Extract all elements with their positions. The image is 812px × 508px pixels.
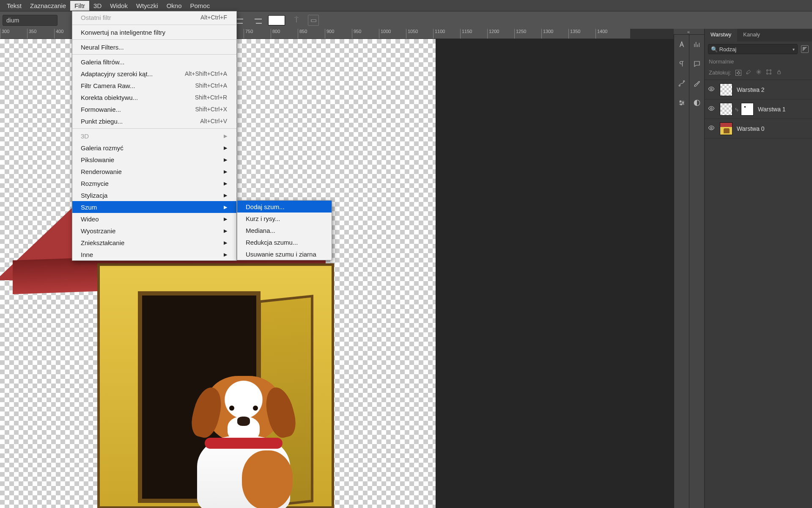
tool-preset-dropdown[interactable]: dium: [3, 15, 58, 26]
menu-item-pomoc[interactable]: Pomoc: [186, 1, 214, 11]
menu-item-tekst[interactable]: Tekst: [3, 1, 26, 11]
lock-all-icon[interactable]: [776, 69, 782, 76]
layer-filter-dropdown[interactable]: 🔍 Rodzaj ▾: [708, 44, 798, 54]
menu-item-zaznaczanie[interactable]: Zaznaczanie: [26, 1, 70, 11]
menu-item[interactable]: Rozmycie▶: [72, 177, 236, 189]
svg-rect-6: [767, 70, 771, 74]
svg-rect-7: [777, 72, 780, 74]
menu-item[interactable]: Filtr Camera Raw...Shift+Ctrl+A: [72, 80, 236, 91]
layer-name[interactable]: Warstwa 1: [758, 106, 786, 113]
path-icon[interactable]: [677, 79, 686, 88]
menu-item[interactable]: Zniekształcanie▶: [72, 237, 236, 248]
lock-transparency-icon[interactable]: [735, 70, 741, 76]
lock-position-icon[interactable]: [756, 69, 762, 76]
menu-item[interactable]: Renderowanie▶: [72, 166, 236, 177]
menu-item-widok[interactable]: Widok: [106, 1, 132, 11]
submenu-item[interactable]: Redukcja szumu...: [237, 236, 332, 248]
submenu-item[interactable]: Kurz i rysy...: [237, 213, 332, 224]
character-icon[interactable]: [677, 40, 686, 49]
panel-toggle-icon[interactable]: ▭: [308, 15, 319, 26]
menu-item[interactable]: Adaptacyjny szeroki kąt...Alt+Shift+Ctrl…: [72, 68, 236, 80]
submenu-item[interactable]: Dodaj szum...: [237, 201, 332, 213]
menu-item[interactable]: Konwertuj na inteligentne filtry: [72, 26, 236, 38]
lock-artboard-icon[interactable]: [766, 69, 772, 76]
menu-item-filtr[interactable]: Filtr: [70, 1, 89, 11]
layer-thumbnail[interactable]: [720, 122, 732, 135]
image-dog: [189, 376, 299, 508]
layer-name[interactable]: Warstwa 0: [737, 125, 765, 132]
color-swatch[interactable]: [268, 15, 285, 25]
histogram-icon[interactable]: [692, 40, 702, 49]
menu-item-okno[interactable]: Okno: [162, 1, 186, 11]
svg-point-10: [710, 127, 712, 129]
warp-text-icon[interactable]: T̂: [291, 15, 302, 26]
submenu-item[interactable]: Mediana...: [237, 224, 332, 236]
layer-list: Warstwa 2Warstwa 1Warstwa 0: [705, 80, 812, 138]
svg-point-8: [710, 88, 712, 90]
panel-iconstrip-right: [689, 29, 704, 508]
tab-kanały[interactable]: Kanały: [737, 29, 766, 41]
svg-point-9: [710, 108, 712, 109]
visibility-toggle[interactable]: [707, 105, 716, 113]
menu-item[interactable]: Wyostrzanie▶: [72, 225, 236, 237]
paragraph-icon[interactable]: [677, 59, 686, 69]
lock-label: Zablokuj:: [709, 69, 731, 76]
menu-item[interactable]: Wideo▶: [72, 213, 236, 225]
filter-thumbnail-icon[interactable]: [801, 45, 809, 53]
blend-mode-dropdown[interactable]: Normalnie: [705, 57, 812, 68]
layer-thumbnail[interactable]: [720, 103, 732, 116]
layer-name[interactable]: Warstwa 2: [737, 86, 765, 93]
layer-row[interactable]: Warstwa 0: [705, 119, 812, 138]
menu-item-wtyczki[interactable]: Wtyczki: [132, 1, 162, 11]
menu-item[interactable]: Neural Filters...: [72, 41, 236, 53]
menu-item: Ostatni filtrAlt+Ctrl+F: [72, 11, 236, 23]
sliders-icon[interactable]: [677, 98, 686, 108]
panel-tabs: WarstwyKanały: [705, 29, 812, 41]
link-icon[interactable]: [734, 107, 739, 112]
svg-point-3: [682, 102, 683, 104]
lock-pixels-icon[interactable]: [746, 69, 752, 76]
menu-item[interactable]: Punkt zbiegu...Alt+Ctrl+V: [72, 115, 236, 127]
layer-mask-thumbnail[interactable]: [741, 103, 754, 116]
menu-item-3d[interactable]: 3D: [89, 1, 106, 11]
menu-item[interactable]: Galeria filtrów...: [72, 56, 236, 68]
filter-menu: Ostatni filtrAlt+Ctrl+FKonwertuj na inte…: [72, 11, 237, 261]
panel-collapse-icon[interactable]: «: [674, 29, 704, 35]
visibility-toggle[interactable]: [707, 124, 716, 133]
menu-item[interactable]: Formowanie...Shift+Ctrl+X: [72, 103, 236, 115]
lock-row: Zablokuj:: [705, 68, 812, 80]
adjustments-icon[interactable]: [692, 98, 702, 108]
panel-iconstrip-left: [674, 29, 689, 508]
szum-submenu: Dodaj szum...Kurz i rysy...Mediana...Red…: [237, 200, 332, 260]
menu-item[interactable]: Szum▶: [72, 201, 236, 213]
layers-panel: WarstwyKanały 🔍 Rodzaj ▾ Normalnie Zablo…: [704, 29, 812, 508]
layer-row[interactable]: Warstwa 1: [705, 99, 812, 119]
align-right-icon[interactable]: [251, 15, 262, 26]
comment-icon[interactable]: [692, 59, 702, 69]
menu-item[interactable]: Inne▶: [72, 248, 236, 260]
submenu-item[interactable]: Usuwanie szumu i ziarna: [237, 248, 332, 260]
menu-item: 3D▶: [72, 130, 236, 142]
menu-item[interactable]: Korekta obiektywu...Shift+Ctrl+R: [72, 91, 236, 103]
menubar: TekstZaznaczanieFiltr3DWidokWtyczkiOknoP…: [0, 0, 812, 11]
tab-warstwy[interactable]: Warstwy: [705, 29, 737, 41]
svg-point-2: [680, 101, 681, 102]
visibility-toggle[interactable]: [707, 86, 716, 94]
image-house-body: [97, 263, 334, 508]
svg-point-4: [680, 104, 682, 105]
layer-row[interactable]: Warstwa 2: [705, 80, 812, 99]
menu-item[interactable]: Stylizacja▶: [72, 189, 236, 201]
menu-item[interactable]: Galeria rozmyć▶: [72, 142, 236, 154]
menu-item[interactable]: Pikslowanie▶: [72, 154, 236, 166]
brush-icon[interactable]: [692, 79, 702, 88]
layer-thumbnail[interactable]: [720, 83, 732, 96]
